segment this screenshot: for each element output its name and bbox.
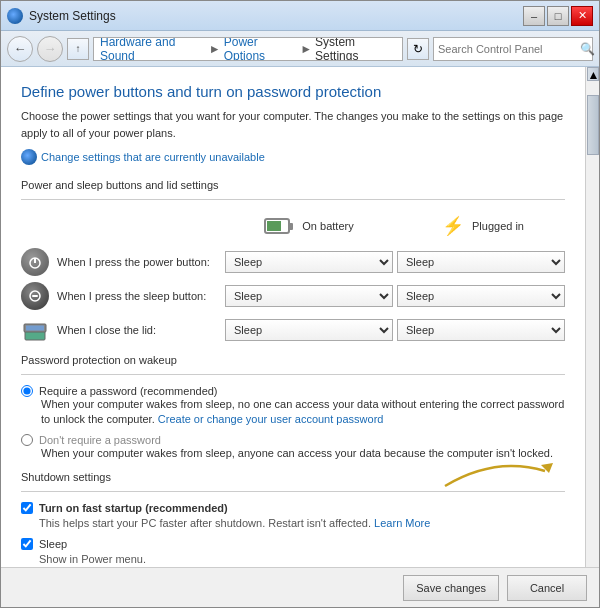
svg-rect-2	[267, 221, 281, 231]
breadcrumb-power[interactable]: Power Options	[224, 37, 297, 61]
power-button-text: When I press the power button:	[57, 256, 210, 268]
lid-label: When I close the lid:	[21, 316, 221, 344]
close-button[interactable]: ✕	[571, 6, 593, 26]
password-divider	[21, 374, 565, 375]
save-changes-button[interactable]: Save changes	[403, 575, 499, 601]
power-symbol	[27, 254, 43, 270]
breadcrumb-sep1: ►	[209, 42, 221, 56]
no-require-password-label: Don't require a password	[21, 434, 565, 446]
breadcrumb: Hardware and Sound ► Power Options ► Sys…	[93, 37, 403, 61]
nav-bar: ← → ↑ Hardware and Sound ► Power Options…	[1, 31, 599, 67]
fast-startup-label: Turn on fast startup (recommended)	[39, 502, 228, 514]
shutdown-divider	[21, 491, 565, 492]
power-icon	[21, 248, 49, 276]
title-bar-left: System Settings	[7, 8, 116, 24]
refresh-button[interactable]: ↻	[407, 38, 429, 60]
plugged-column-header: ⚡ Plugged in	[397, 210, 565, 242]
search-icon[interactable]: 🔍	[580, 42, 595, 56]
scroll-up-button[interactable]: ▲	[587, 67, 599, 81]
fast-startup-desc-text: This helps start your PC faster after sh…	[39, 517, 371, 529]
require-password-desc: When your computer wakes from sleep, no …	[41, 397, 565, 428]
search-input[interactable]	[438, 43, 576, 55]
svg-rect-1	[289, 223, 293, 230]
fast-startup-row: Turn on fast startup (recommended)	[21, 502, 565, 514]
column-headers: On battery ⚡ Plugged in	[21, 210, 565, 242]
no-require-password-text: Don't require a password	[39, 434, 161, 446]
back-button[interactable]: ←	[7, 36, 33, 62]
sleep-shutdown-row: Sleep	[21, 538, 565, 550]
settings-link-icon	[21, 149, 37, 165]
svg-rect-7	[32, 295, 38, 297]
require-password-label: Require a password (recommended)	[21, 385, 565, 397]
require-password-text: Require a password (recommended)	[39, 385, 218, 397]
sleep-battery-dropdown[interactable]: Sleep Do nothing Hibernate Shut down	[225, 285, 393, 307]
lid-plugged-dropdown[interactable]: Sleep Do nothing Hibernate Shut down	[397, 319, 565, 341]
up-button[interactable]: ↑	[67, 38, 89, 60]
require-password-radio[interactable]	[21, 385, 33, 397]
search-box: 🔍	[433, 37, 593, 61]
plugged-label: Plugged in	[472, 220, 524, 232]
window-icon	[7, 8, 23, 24]
main-content: Define power buttons and turn on passwor…	[1, 67, 585, 567]
lid-battery-dropdown[interactable]: Sleep Do nothing Hibernate Shut down	[225, 319, 393, 341]
battery-label: On battery	[302, 220, 353, 232]
sleep-button-label: When I press the sleep button:	[21, 282, 221, 310]
breadcrumb-hardware[interactable]: Hardware and Sound	[100, 37, 206, 61]
learn-more-link[interactable]: Learn More	[374, 517, 430, 529]
sleep-symbol	[27, 288, 43, 304]
settings-link[interactable]: Change settings that are currently unava…	[21, 149, 565, 165]
content-wrapper: Define power buttons and turn on passwor…	[1, 67, 599, 567]
scroll-thumb[interactable]	[587, 95, 599, 155]
footer: Save changes Cancel	[1, 567, 599, 607]
window: System Settings – □ ✕ ← → ↑ Hardware and…	[0, 0, 600, 608]
sleep-shutdown-label: Sleep	[39, 538, 67, 550]
fast-startup-checkbox[interactable]	[21, 502, 33, 514]
svg-rect-10	[26, 326, 44, 331]
sleep-button-row: When I press the sleep button: Sleep Do …	[21, 282, 565, 310]
sleep-icon	[21, 282, 49, 310]
require-password-option: Require a password (recommended) When yo…	[21, 385, 565, 428]
create-password-link[interactable]: Create or change your user account passw…	[158, 413, 384, 425]
power-plugged-dropdown[interactable]: Sleep Do nothing Hibernate Shut down	[397, 251, 565, 273]
lid-text: When I close the lid:	[57, 324, 156, 336]
scrollbar[interactable]: ▲	[585, 67, 599, 567]
lid-row: When I close the lid: Sleep Do nothing H…	[21, 316, 565, 344]
breadcrumb-current: System Settings	[315, 37, 396, 61]
power-button-label: When I press the power button:	[21, 248, 221, 276]
password-section-title: Password protection on wakeup	[21, 354, 565, 366]
forward-button[interactable]: →	[37, 36, 63, 62]
window-title: System Settings	[29, 9, 116, 23]
page-description: Choose the power settings that you want …	[21, 108, 565, 141]
cancel-button[interactable]: Cancel	[507, 575, 587, 601]
fast-startup-desc: This helps start your PC faster after sh…	[39, 516, 565, 531]
battery-column-header: On battery	[225, 210, 393, 242]
sleep-button-text: When I press the sleep button:	[57, 290, 206, 302]
page-title: Define power buttons and turn on passwor…	[21, 83, 565, 100]
svg-text:⚡: ⚡	[442, 215, 465, 237]
power-sleep-divider	[21, 199, 565, 200]
title-bar: System Settings – □ ✕	[1, 1, 599, 31]
sleep-shutdown-desc: Show in Power menu.	[39, 552, 565, 567]
breadcrumb-sep2: ►	[300, 42, 312, 56]
sleep-plugged-dropdown[interactable]: Sleep Do nothing Hibernate Shut down	[397, 285, 565, 307]
sleep-shutdown-checkbox[interactable]	[21, 538, 33, 550]
title-bar-buttons: – □ ✕	[523, 6, 593, 26]
lid-icon	[21, 316, 49, 344]
password-section: Password protection on wakeup Require a …	[21, 354, 565, 461]
power-battery-dropdown[interactable]: Sleep Do nothing Hibernate Shut down	[225, 251, 393, 273]
plugged-icon: ⚡	[438, 214, 466, 238]
arrow-decoration	[435, 451, 555, 491]
power-button-row: When I press the power button: Sleep Do …	[21, 248, 565, 276]
minimize-button[interactable]: –	[523, 6, 545, 26]
battery-icon	[264, 214, 296, 238]
no-require-password-radio[interactable]	[21, 434, 33, 446]
maximize-button[interactable]: □	[547, 6, 569, 26]
settings-link-text: Change settings that are currently unava…	[41, 151, 265, 163]
power-sleep-section-title: Power and sleep buttons and lid settings	[21, 179, 565, 191]
